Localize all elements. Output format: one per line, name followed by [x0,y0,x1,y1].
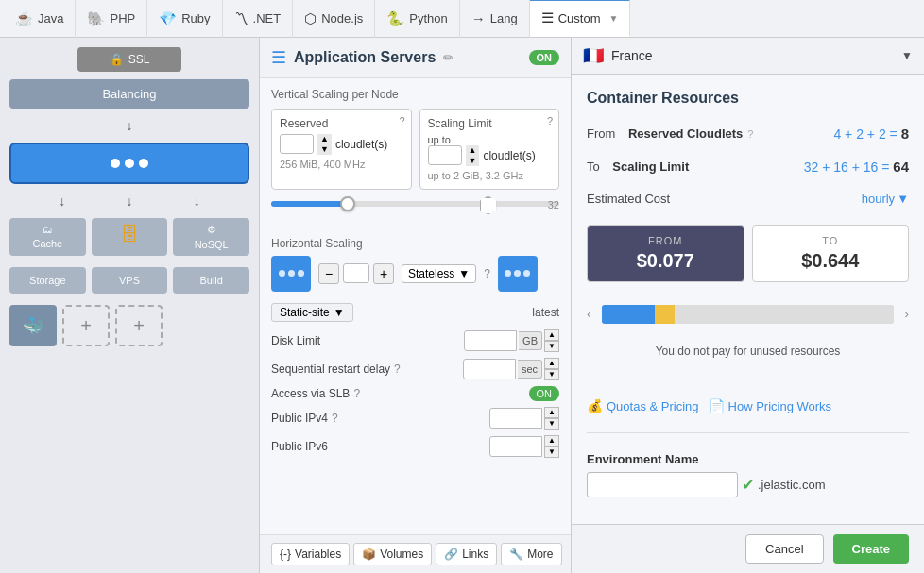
tab-nodejs[interactable]: ⬡ Node.js [293,0,375,38]
usage-bar-left-button[interactable]: ‹ [587,307,590,321]
ipv4-down-button[interactable]: ▼ [544,418,559,430]
scaling-help-icon[interactable]: ? [547,115,553,126]
reserved-cloudlets-help-icon[interactable]: ? [747,128,753,140]
balancing-button[interactable]: Balancing [9,79,249,109]
restart-spinner: ▲ ▼ [544,358,559,380]
volumes-tab[interactable]: 📦 Volumes [353,543,432,565]
ipv6-row: Public IPv6 0 ▲ ▼ [271,435,559,458]
reserved-up-button[interactable]: ▲ [317,134,332,144]
ipv4-up-button[interactable]: ▲ [544,407,559,418]
container-resources-title: Container Resources [587,90,909,107]
tab-java[interactable]: ☕ Java [4,0,76,38]
restart-up-button[interactable]: ▲ [544,358,559,369]
restart-help-icon[interactable]: ? [394,362,401,376]
links-tab[interactable]: 🔗 Links [436,543,497,565]
ipv4-row: Public IPv4 ? 0 ▲ ▼ [271,407,559,430]
static-site-dropdown[interactable]: Static-site ▼ [271,303,353,322]
vps-button[interactable]: VPS [92,267,168,294]
variables-tab[interactable]: {-} Variables [271,543,350,565]
check-icon: ✔ [742,476,754,494]
ssl-button[interactable]: 🔒 SSL [77,47,181,72]
docker-button[interactable]: 🐳 [9,305,57,346]
disk-input[interactable]: 50 [464,330,517,351]
app-servers-toggle[interactable]: ON [529,50,560,65]
variables-label: Variables [295,548,341,561]
cache-node-button[interactable]: 🗂 Cache [9,218,86,256]
slider-fill [271,201,343,207]
restart-down-button[interactable]: ▼ [544,369,559,380]
scaling-up-button[interactable]: ▲ [466,145,480,156]
lock-icon: 🔒 [110,53,124,66]
reserved-down-button[interactable]: ▼ [317,144,332,155]
horiz-help-icon[interactable]: ? [484,267,490,280]
scaling-input[interactable]: 16 [428,145,462,165]
slb-toggle[interactable]: ON [529,386,560,401]
tab-python[interactable]: 🐍 Python [375,0,459,38]
region-dropdown-arrow-icon[interactable]: ▼ [901,49,913,62]
ipv4-help-icon[interactable]: ? [332,412,338,425]
ipv6-up-button[interactable]: ▲ [544,435,559,447]
more-tab[interactable]: 🔧 More [501,543,561,565]
server-node-button[interactable] [9,143,249,184]
cancel-button[interactable]: Cancel [745,534,823,564]
db-node-button[interactable]: 🗄 [92,218,168,256]
restart-input[interactable]: 30 [463,359,516,379]
slider-max-label: 32 [548,199,559,211]
tab-ruby[interactable]: 💎 Ruby [147,0,222,38]
horiz-decrement-button[interactable]: − [318,263,339,284]
reserved-help-icon[interactable]: ? [399,115,404,126]
ipv6-input[interactable]: 0 [489,436,542,457]
disk-up-button[interactable]: ▲ [544,329,559,341]
to-price-label: TO [762,235,899,246]
ipv6-down-button[interactable]: ▼ [544,447,559,458]
reserved-sub: 256 MiB, 400 MHz [280,159,403,170]
mid-header-left: ☰ Application Servers ✏ [271,47,454,68]
from-reserved-row: From Reserved Cloudlets ? 4 + 2 + 2 = 8 [587,126,909,142]
scaling-slider[interactable]: 32 [271,201,559,224]
tab-java-label: Java [38,11,63,25]
usage-bar-right-button[interactable]: › [905,307,909,321]
region-selector[interactable]: 🇫🇷 France ▼ [572,38,924,75]
create-button[interactable]: Create [833,534,909,564]
dot5 [514,270,521,277]
reserved-arrows: ▲ ▼ [317,134,332,155]
france-flag-icon: 🇫🇷 [583,45,604,66]
tab-php[interactable]: 🐘 PHP [76,0,147,38]
scaling-down-button[interactable]: ▼ [466,156,480,166]
horiz-count-input[interactable]: 2 [343,263,369,283]
env-name-input[interactable]: custom-docker [587,472,738,497]
storage-button[interactable]: Storage [9,267,86,294]
horiz-increment-button[interactable]: + [373,263,394,284]
add-node-button[interactable]: + [62,305,110,346]
disk-spinner: ▲ ▼ [544,329,559,352]
nosql-node-button[interactable]: ⚙ NoSQL [173,218,249,256]
links-icon: 🔗 [444,548,458,561]
horizontal-stepper: − 2 + [318,263,394,284]
hourly-dropdown-arrow-icon[interactable]: ▼ [897,192,909,206]
volumes-label: Volumes [380,548,423,561]
stateless-dropdown[interactable]: Stateless ▼ [402,264,476,283]
wrench-icon: 🔧 [509,548,523,561]
dot1 [279,270,285,277]
reserved-slider-thumb[interactable] [340,196,355,211]
build-button[interactable]: Build [173,267,249,294]
edit-icon[interactable]: ✏ [443,50,454,65]
scaling-slider-thumb[interactable] [479,196,498,215]
app-servers-title: Application Servers [294,49,436,66]
slb-help-icon[interactable]: ? [353,387,360,400]
server-icon: ☰ [271,47,286,68]
quotas-pricing-link[interactable]: 💰 Quotas & Pricing [587,398,699,413]
ipv6-label: Public IPv6 [271,440,328,453]
tab-custom[interactable]: ☰ Custom ▼ [530,0,631,37]
disk-down-button[interactable]: ▼ [544,341,559,352]
from-reserved-value: 4 + 2 + 2 = 8 [833,126,909,142]
custom-dropdown-arrow[interactable]: ▼ [608,13,618,24]
add-node-button2[interactable]: + [115,305,163,346]
how-pricing-link[interactable]: 📄 How Pricing Works [709,398,832,413]
hourly-link[interactable]: hourly ▼ [862,192,909,206]
ipv4-input[interactable]: 0 [489,408,542,429]
server-dot [139,159,148,168]
reserved-input[interactable]: 2 [280,134,314,154]
tab-lang[interactable]: → Lang [460,0,530,38]
tab-net[interactable]: 〽 .NET [223,0,294,38]
